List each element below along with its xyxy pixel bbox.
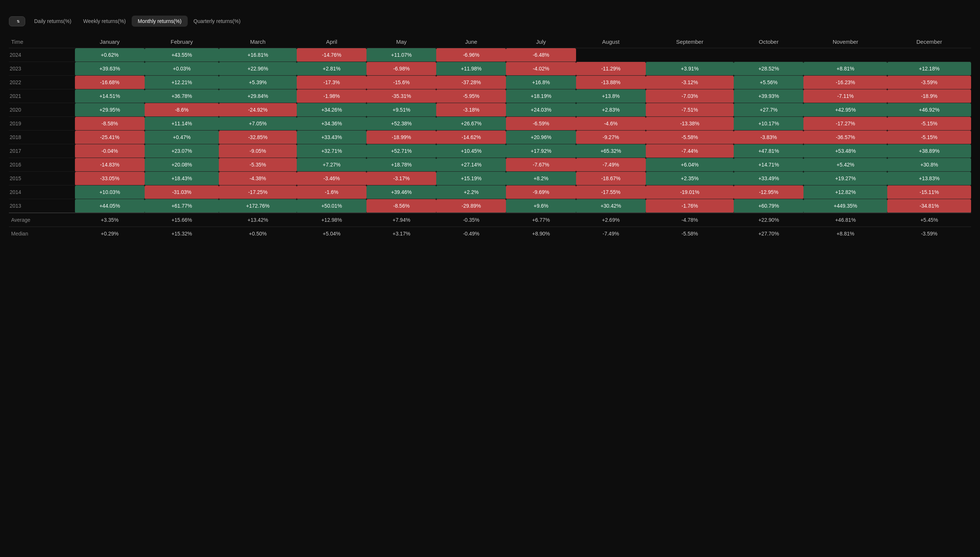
value-cell: +172.76% xyxy=(219,199,297,213)
period-button[interactable]: Quarterly returns(%) xyxy=(188,16,247,27)
footer-label: Average xyxy=(9,213,75,227)
year-cell: 2018 xyxy=(9,130,75,144)
value-cell: +11.98% xyxy=(436,62,506,76)
value-cell: -9.69% xyxy=(506,186,576,199)
value-cell: -12.95% xyxy=(734,186,804,199)
period-button[interactable]: Monthly returns(%) xyxy=(132,16,188,27)
table-footer: Average+3.35%+15.66%+13.42%+12.98%+7.94%… xyxy=(9,213,971,240)
value-cell: -8.58% xyxy=(75,117,145,130)
value-cell: -1.76% xyxy=(646,199,734,213)
value-cell: -7.44% xyxy=(646,144,734,158)
value-cell: +44.05% xyxy=(75,199,145,213)
footer-value-cell: -0.35% xyxy=(436,213,506,227)
value-cell: +7.27% xyxy=(297,158,367,172)
value-cell: -17.55% xyxy=(576,186,646,199)
value-cell: -33.05% xyxy=(75,172,145,186)
table-row: 2017-0.04%+23.07%-9.05%+32.71%+52.71%+10… xyxy=(9,144,971,158)
column-header: February xyxy=(145,36,219,48)
value-cell: -7.49% xyxy=(576,158,646,172)
period-button[interactable]: Daily returns(%) xyxy=(28,16,77,27)
table-row: 2020+29.95%-8.6%-24.92%+34.26%+9.51%-3.1… xyxy=(9,103,971,117)
year-cell: 2022 xyxy=(9,76,75,90)
value-cell: +26.67% xyxy=(436,117,506,130)
toolbar: ⇅ Daily returns(%)Weekly returns(%)Month… xyxy=(9,16,971,27)
table-row: 2019-8.58%+11.14%+7.05%+34.36%+52.38%+26… xyxy=(9,117,971,130)
value-cell: +7.05% xyxy=(219,117,297,130)
footer-value-cell: +8.90% xyxy=(506,227,576,241)
value-cell: +2.81% xyxy=(297,62,367,76)
value-cell: -9.27% xyxy=(576,130,646,144)
table-row: 2016-14.83%+20.08%-5.35%+7.27%+18.78%+27… xyxy=(9,158,971,172)
footer-value-cell: +22.90% xyxy=(734,213,804,227)
value-cell: +65.32% xyxy=(576,144,646,158)
footer-value-cell: +2.69% xyxy=(576,213,646,227)
value-cell: +10.45% xyxy=(436,144,506,158)
table-body: 2024+0.62%+43.55%+16.81%-14.76%+11.07%-6… xyxy=(9,48,971,213)
value-cell: +0.47% xyxy=(145,130,219,144)
value-cell: -3.59% xyxy=(887,76,971,90)
footer-value-cell: +13.42% xyxy=(219,213,297,227)
value-cell: +39.46% xyxy=(367,186,436,199)
value-cell: -5.58% xyxy=(646,130,734,144)
value-cell: +2.83% xyxy=(576,103,646,117)
column-header: December xyxy=(887,36,971,48)
year-cell: 2020 xyxy=(9,103,75,117)
value-cell: +60.79% xyxy=(734,199,804,213)
table-row: 2024+0.62%+43.55%+16.81%-14.76%+11.07%-6… xyxy=(9,48,971,62)
footer-label: Median xyxy=(9,227,75,241)
value-cell: -14.76% xyxy=(297,48,367,62)
column-header: August xyxy=(576,36,646,48)
value-cell: +39.93% xyxy=(734,90,804,103)
value-cell: -24.92% xyxy=(219,103,297,117)
value-cell: -32.85% xyxy=(219,130,297,144)
asset-selector[interactable]: ⇅ xyxy=(9,16,25,26)
footer-value-cell: +3.17% xyxy=(367,227,436,241)
period-button[interactable]: Weekly returns(%) xyxy=(77,16,132,27)
value-cell: -6.96% xyxy=(436,48,506,62)
value-cell: +20.08% xyxy=(145,158,219,172)
value-cell: +53.48% xyxy=(804,144,887,158)
footer-value-cell: +15.32% xyxy=(145,227,219,241)
footer-row: Median+0.29%+15.32%+0.50%+5.04%+3.17%-0.… xyxy=(9,227,971,241)
value-cell: +16.81% xyxy=(219,48,297,62)
value-cell: +23.07% xyxy=(145,144,219,158)
footer-value-cell: -0.49% xyxy=(436,227,506,241)
footer-value-cell: +7.94% xyxy=(367,213,436,227)
footer-value-cell: +5.45% xyxy=(887,213,971,227)
value-cell: -17.27% xyxy=(804,117,887,130)
value-cell: -18.99% xyxy=(367,130,436,144)
value-cell: +13.8% xyxy=(576,90,646,103)
value-cell xyxy=(576,48,646,62)
value-cell: +47.81% xyxy=(734,144,804,158)
value-cell xyxy=(887,48,971,62)
table-row: 2023+39.63%+0.03%+22.96%+2.81%-6.98%+11.… xyxy=(9,62,971,76)
value-cell: -5.15% xyxy=(887,117,971,130)
value-cell: +6.04% xyxy=(646,158,734,172)
value-cell: +43.55% xyxy=(145,48,219,62)
value-cell: +8.2% xyxy=(506,172,576,186)
footer-value-cell: +8.81% xyxy=(804,227,887,241)
value-cell: -7.03% xyxy=(646,90,734,103)
value-cell: +11.07% xyxy=(367,48,436,62)
value-cell: +27.7% xyxy=(734,103,804,117)
value-cell: +18.19% xyxy=(506,90,576,103)
value-cell: -5.35% xyxy=(219,158,297,172)
value-cell: -18.9% xyxy=(887,90,971,103)
value-cell: +33.49% xyxy=(734,172,804,186)
value-cell: +0.62% xyxy=(75,48,145,62)
value-cell: +38.89% xyxy=(887,144,971,158)
returns-table: TimeJanuaryFebruaryMarchAprilMayJuneJuly… xyxy=(9,36,971,240)
table-row: 2018-25.41%+0.47%-32.85%+33.43%-18.99%-1… xyxy=(9,130,971,144)
value-cell: -18.67% xyxy=(576,172,646,186)
value-cell: +5.39% xyxy=(219,76,297,90)
value-cell: -17.25% xyxy=(219,186,297,199)
footer-value-cell: +12.98% xyxy=(297,213,367,227)
value-cell: -5.95% xyxy=(436,90,506,103)
value-cell: +27.14% xyxy=(436,158,506,172)
value-cell: +13.83% xyxy=(887,172,971,186)
footer-value-cell: -4.78% xyxy=(646,213,734,227)
year-cell: 2013 xyxy=(9,199,75,213)
table-row: 2015-33.05%+18.43%-4.38%-3.46%-3.17%+15.… xyxy=(9,172,971,186)
year-cell: 2021 xyxy=(9,90,75,103)
value-cell: -3.12% xyxy=(646,76,734,90)
